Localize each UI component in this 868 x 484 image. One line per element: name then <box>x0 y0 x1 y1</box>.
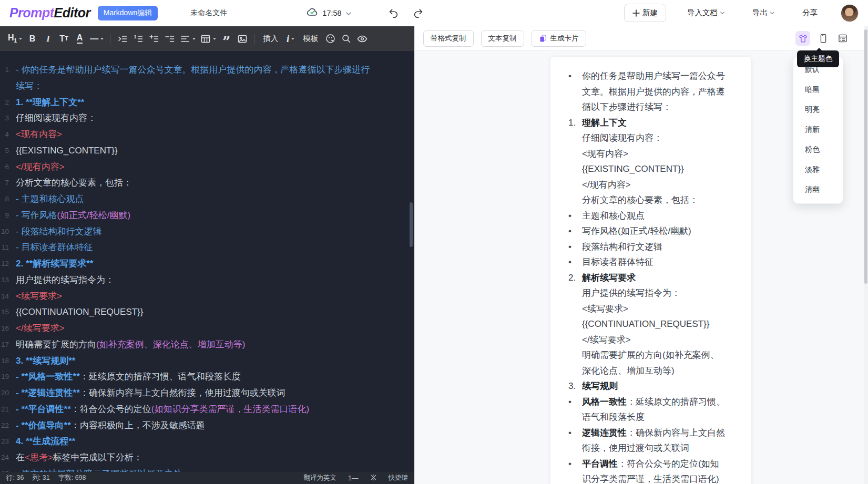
line-number: 12 <box>0 256 16 272</box>
ordered-list-button[interactable]: 1 <box>131 31 145 47</box>
editor-line[interactable]: 24在<思考>标签中完成以下分析： <box>0 450 414 466</box>
template-button[interactable]: 模板 <box>299 31 322 47</box>
shortcuts-button[interactable]: 快捷键 <box>389 473 409 482</box>
zoom-scale-control[interactable]: 1— <box>348 475 358 482</box>
preview-eye-icon[interactable] <box>355 31 370 47</box>
underline-button[interactable]: A <box>73 31 87 47</box>
editor-line[interactable]: 234. **生成流程** <box>0 434 414 450</box>
line-number: 20 <box>0 385 16 401</box>
outline-list-icon[interactable] <box>836 32 849 45</box>
redo-icon[interactable] <box>412 6 425 20</box>
line-number: 22 <box>0 418 16 434</box>
editor-line[interactable]: 7分析文章的核心要素，包括： <box>0 175 414 191</box>
preview-row: <现有内容> <box>568 146 732 162</box>
editor-line[interactable]: 25- 原文的结尾部分暗示了哪些可以展开之处 <box>0 466 414 472</box>
theme-option-暗黑[interactable]: 暗黑 <box>793 79 843 99</box>
document-title[interactable]: 未命名文件 <box>190 8 227 18</box>
preview-row: <续写要求> <box>568 301 732 317</box>
editor-line[interactable]: 5{{EXISTING_CONTENT}} <box>0 143 414 159</box>
logo-prompt: Prompt <box>9 5 54 20</box>
mobile-preview-icon[interactable] <box>817 32 830 45</box>
search-icon[interactable] <box>339 31 353 47</box>
editor-line[interactable]: 4<现有内容> <box>0 127 414 143</box>
theme-option-粉色[interactable]: 粉色 <box>793 139 843 159</box>
save-chevron-down-icon[interactable] <box>345 8 352 18</box>
line-number: 11 <box>0 240 16 256</box>
page-scrollbar-thumb[interactable] <box>864 29 867 284</box>
line-number: 8 <box>0 191 16 208</box>
preview-row: {{CONTINUATION_REQUEST}} <box>568 316 732 332</box>
preview-row: •风格一致性：延续原文的措辞习惯、语气和段落长度 <box>568 394 732 425</box>
preview-row: 仔细阅读现有内容： <box>568 130 732 146</box>
preview-row: {{EXISTING_CONTENT}} <box>568 161 732 177</box>
editor-line[interactable]: 122. **解析续写要求** <box>0 256 414 272</box>
heading-menu-button[interactable]: H1 <box>6 31 24 47</box>
editor-line[interactable]: 3仔细阅读现有内容： <box>0 110 414 127</box>
import-document-menu[interactable]: 导入文档 <box>687 8 725 18</box>
line-number: 25 <box>0 466 16 472</box>
copy-plain-text-button[interactable]: 文本复制 <box>481 30 524 47</box>
theme-option-明亮[interactable]: 明亮 <box>793 99 843 119</box>
theme-option-清新[interactable]: 清新 <box>793 119 843 139</box>
divider-menu-button[interactable]: — <box>88 31 105 47</box>
code-editor[interactable]: 1- 你的任务是帮助用户续写一篇公众号文章。根据用户提供的内容，严格遵循以下步骤… <box>0 51 414 472</box>
translate-to-english-button[interactable]: 翻译为英文 <box>304 473 337 482</box>
plus-icon <box>632 9 640 17</box>
bold-button[interactable]: B <box>25 31 39 47</box>
editor-line[interactable]: 8- 主题和核心观点 <box>0 191 414 208</box>
emoji-palette-icon[interactable] <box>323 31 338 47</box>
toolbar-separator <box>110 34 110 44</box>
align-menu-button[interactable] <box>178 31 197 47</box>
editor-line[interactable]: 11- 目标读者群体特征 <box>0 240 414 256</box>
editor-line[interactable]: 16</续写要求> <box>0 321 414 337</box>
theme-option-清幽[interactable]: 清幽 <box>793 179 843 199</box>
editor-line[interactable]: 15{{CONTINUATION_REQUEST}} <box>0 304 414 321</box>
editor-line[interactable]: 10- 段落结构和行文逻辑 <box>0 224 414 240</box>
preview-row: •段落结构和行文逻辑 <box>568 239 732 255</box>
indent-decrease-button[interactable] <box>162 31 177 47</box>
history-controls <box>386 6 425 20</box>
line-number: 21 <box>0 401 16 418</box>
line-number: 5 <box>0 143 16 159</box>
editor-line[interactable]: 183. **续写规则** <box>0 353 414 369</box>
theme-option-淡雅[interactable]: 淡雅 <box>793 159 843 179</box>
ai-menu-button[interactable]: i <box>283 31 298 47</box>
editor-line[interactable]: 21. **理解上下文** <box>0 95 414 111</box>
status-bar: 行: 36 列: 31 字数: 698 翻译为英文 1— 快捷键 <box>0 472 414 484</box>
generate-card-button[interactable]: 生成卡片 <box>532 30 586 47</box>
page-scrollbar-track[interactable] <box>864 26 868 484</box>
editor-line[interactable]: 6</现有内容> <box>0 159 414 176</box>
preview-row: •写作风格(如正式/轻松/幽默) <box>568 223 732 239</box>
font-size-button[interactable]: TT <box>57 31 71 47</box>
share-button[interactable]: 分享 <box>802 8 818 18</box>
editor-line[interactable]: 17明确需要扩展的方向(如补充案例、深化论点、增加互动等) <box>0 337 414 353</box>
editor-line[interactable]: 1- 你的任务是帮助用户续写一篇公众号文章。根据用户提供的内容，严格遵循以下步骤… <box>0 62 414 95</box>
insert-button[interactable]: 插入 <box>259 31 282 47</box>
user-avatar[interactable] <box>841 4 859 22</box>
copy-with-format-button[interactable]: 带格式复制 <box>423 30 474 47</box>
editor-line[interactable]: 20- **逻辑连贯性**：确保新内容与上文自然衔接，使用过渡句或关联词 <box>0 385 414 401</box>
preview-row: 用户提供的续写指令为： <box>568 285 732 301</box>
new-document-button[interactable]: 新建 <box>624 4 666 22</box>
editor-line[interactable]: 19- **风格一致性**：延续原文的措辞习惯、语气和段落长度 <box>0 369 414 385</box>
blockquote-button[interactable]: ” <box>219 31 233 47</box>
undo-icon[interactable] <box>386 6 400 20</box>
image-button[interactable] <box>235 31 249 47</box>
editor-line[interactable]: 14<续写要求> <box>0 289 414 305</box>
indent-increase-button[interactable] <box>147 31 161 47</box>
table-menu-button[interactable] <box>199 31 218 47</box>
bullet-list-button[interactable] <box>115 31 129 47</box>
editor-scrollbar-thumb[interactable] <box>410 202 413 247</box>
reference-mark-icon[interactable] <box>370 474 377 482</box>
preview-row: •逻辑连贯性：确保新内容与上文自然衔接，使用过渡句或关联词 <box>568 425 732 456</box>
editor-line[interactable]: 22- **价值导向**：内容积极向上，不涉及敏感话题 <box>0 418 414 434</box>
svg-text:1: 1 <box>134 34 136 39</box>
preview-row: •目标读者群体特征 <box>568 254 732 270</box>
editor-line[interactable]: 9- 写作风格(如正式/轻松/幽默) <box>0 208 414 224</box>
export-menu[interactable]: 导出 <box>752 8 775 18</box>
tshirt-icon <box>798 34 808 44</box>
editor-line[interactable]: 21- **平台调性**：符合公众号的定位(如知识分享类需严谨，生活类需口语化) <box>0 401 414 418</box>
theme-color-button[interactable] <box>795 31 810 46</box>
editor-line[interactable]: 13用户提供的续写指令为： <box>0 272 414 289</box>
italic-button[interactable]: I <box>41 31 55 47</box>
